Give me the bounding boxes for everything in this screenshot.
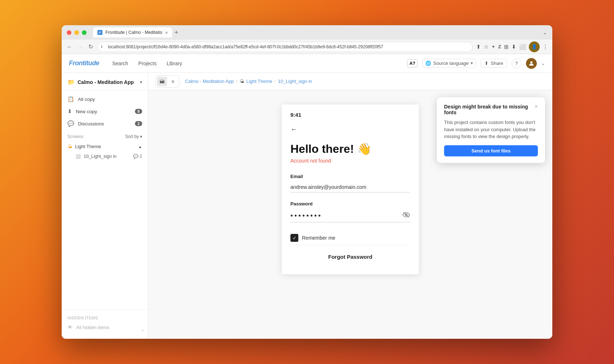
close-traffic-light[interactable] — [67, 30, 71, 35]
screens-section-header: Screens Sort by ▾ — [62, 130, 148, 141]
screen-comment-badge: 💬 2 — [133, 154, 142, 159]
send-font-files-button[interactable]: Send us font files — [444, 145, 538, 156]
perplexity-icon[interactable]: ✦ — [491, 44, 495, 49]
active-tab[interactable]: F Frontitude | Calmo - Meditatio × — [93, 27, 172, 37]
sidebar-item-all-copy[interactable]: 📋 All copy — [62, 93, 148, 105]
download-icon[interactable]: ⬇ — [512, 44, 516, 50]
password-eye-icon[interactable] — [402, 212, 410, 219]
sign-in-screen-item[interactable]: ⬜ 10_Light_sign in 💬 2 — [62, 152, 148, 161]
nav-projects[interactable]: Projects — [134, 58, 161, 68]
sign-in-screen-label: 10_Light_sign in — [84, 154, 130, 159]
source-language-label: Source language — [433, 61, 469, 66]
password-input[interactable]: •••••••• — [290, 209, 410, 222]
font-notif-close-button[interactable]: × — [535, 104, 538, 110]
text-view-button[interactable]: ≡ — [168, 77, 178, 86]
address-input[interactable]: localhost:8081/project/cff16d4e-8090-4d0… — [97, 42, 473, 52]
tab-title: Frontitude | Calmo - Meditatio — [105, 30, 162, 35]
grid-icon[interactable]: ⊞ — [504, 44, 509, 50]
screen-mockup: 9:41 ← Hello there! 👋 Account not found … — [282, 105, 419, 274]
nav-search[interactable]: Search — [108, 58, 132, 68]
discussions-icon: 💬 — [67, 120, 74, 127]
screen-back-arrow[interactable]: ← — [290, 125, 410, 133]
sidebar-collapse-button[interactable]: ‹ — [142, 327, 144, 333]
forgot-password-button[interactable]: Forgot Password — [290, 254, 410, 260]
app-container: Frontitude Search Projects Library A? 🌐 … — [62, 54, 552, 339]
sort-chevron-icon: ▾ — [140, 134, 142, 139]
screen-subtitle: Account not found — [290, 158, 410, 164]
title-bar: F Frontitude | Calmo - Meditatio × + ⌄ — [62, 25, 552, 40]
source-language-button[interactable]: 🌐 Source language ▾ — [422, 59, 476, 68]
sidebar-item-discussions[interactable]: 💬 Discussions 2 — [62, 117, 148, 130]
profile-chevron[interactable]: ⌄ — [541, 61, 545, 66]
screen-icon[interactable]: ⬜ — [519, 44, 526, 50]
project-name: Calmo - Meditation App — [78, 79, 137, 85]
nav-library[interactable]: Library — [162, 58, 187, 68]
lock-icon: ℹ — [101, 44, 102, 49]
help-button[interactable]: ? — [512, 58, 522, 68]
user-avatar[interactable]: 👤 — [529, 41, 540, 52]
remember-me-row[interactable]: ✓ Remember me — [290, 231, 410, 245]
share-button[interactable]: ⬆ Share — [481, 59, 507, 68]
email-input[interactable]: andrew.ainsley@yourdomain.com — [290, 182, 410, 192]
breadcrumb-screen[interactable]: 10_Light_sign in — [278, 79, 312, 84]
z-icon[interactable]: Z — [498, 44, 501, 49]
group-chevron-icon: ▲ — [138, 145, 142, 149]
sort-by-button[interactable]: Sort by ▾ — [125, 134, 142, 139]
tabs-dropdown-button[interactable]: ⌄ — [543, 30, 547, 35]
remember-checkbox[interactable]: ✓ — [290, 234, 298, 242]
more-menu-icon[interactable]: ⋮ — [543, 44, 548, 50]
user-profile-avatar[interactable] — [526, 58, 537, 69]
project-chevron-icon[interactable]: ▾ — [140, 80, 142, 85]
reload-button[interactable]: ↻ — [88, 43, 94, 51]
comment-count-icon: 💬 — [133, 154, 139, 159]
bookmark-icon[interactable]: ☆ — [484, 44, 488, 50]
sidebar-bottom: Hidden items 👁 All hidden items — [62, 310, 148, 333]
a-plus-badge[interactable]: A? — [407, 59, 418, 68]
hidden-eye-icon: 👁 — [67, 324, 73, 330]
content-area: 🏔 ≡ Calmo - Meditation App / 🌤 Light The… — [148, 73, 552, 339]
svg-point-0 — [530, 61, 532, 63]
canvas-area: 💬 2 9:41 ← Hello there! 👋 Account not fo… — [148, 90, 552, 339]
breadcrumb-group[interactable]: Light Theme — [246, 79, 272, 84]
new-tab-button[interactable]: + — [174, 29, 178, 36]
image-view-icon: 🏔 — [159, 79, 165, 84]
new-copy-badge: 9 — [135, 109, 142, 114]
comment-count: 2 — [140, 154, 142, 159]
header-right: A? 🌐 Source language ▾ ⬆ Share ? ⌄ — [407, 58, 545, 69]
screen-child-icon: ⬜ — [75, 154, 81, 159]
sidebar-item-new-copy[interactable]: ⬇ New copy 9 — [62, 105, 148, 117]
app-logo[interactable]: Frontitude — [69, 59, 99, 67]
breadcrumb: Calmo - Meditation App / 🌤 Light Theme /… — [185, 79, 545, 84]
tab-close-button[interactable]: × — [165, 30, 168, 35]
all-hidden-items-button[interactable]: 👁 All hidden items — [62, 321, 148, 333]
light-theme-group-header[interactable]: 🌤 Light Theme ▲ — [62, 141, 148, 152]
share-label: Share — [491, 61, 503, 66]
font-notif-header: Design might break due to missing fonts … — [444, 104, 538, 115]
browser-toolbar-icons: ⬆ ☆ ✦ Z ⊞ ⬇ ⬜ 👤 ⋮ — [476, 41, 548, 52]
new-copy-icon: ⬇ — [67, 108, 72, 115]
font-notif-body: This project contains custom fonts you d… — [444, 119, 538, 140]
light-theme-label: Light Theme — [75, 144, 135, 149]
tab-favicon: F — [97, 30, 102, 35]
fullscreen-traffic-light[interactable] — [82, 30, 87, 35]
breadcrumb-project[interactable]: Calmo - Meditation App — [185, 79, 234, 84]
breadcrumb-sun-icon: 🌤 — [240, 79, 244, 84]
main-body: 📁 Calmo - Meditation App ▾ 📋 All copy ⬇ … — [62, 73, 552, 339]
font-notif-title: Design might break due to missing fonts — [444, 104, 535, 115]
email-value: andrew.ainsley@yourdomain.com — [290, 184, 410, 190]
minimize-traffic-light[interactable] — [74, 30, 79, 35]
screen-time: 9:41 — [290, 112, 410, 118]
forward-button[interactable]: → — [77, 43, 84, 51]
content-toolbar: 🏔 ≡ Calmo - Meditation App / 🌤 Light The… — [148, 73, 552, 90]
project-header: 📁 Calmo - Meditation App ▾ — [62, 79, 148, 90]
extensions-icon[interactable]: ⬆ — [476, 44, 481, 50]
text-view-icon: ≡ — [171, 79, 174, 84]
source-language-chevron: ▾ — [471, 61, 473, 66]
discussions-label: Discussions — [78, 121, 131, 126]
font-notification-popup: Design might break due to missing fonts … — [437, 97, 545, 163]
back-button[interactable]: ← — [66, 43, 73, 51]
browser-window: F Frontitude | Calmo - Meditatio × + ⌄ ←… — [62, 25, 552, 339]
hidden-section-label: Hidden items — [62, 314, 148, 321]
sun-icon: 🌤 — [67, 144, 72, 149]
image-view-button[interactable]: 🏔 — [157, 77, 167, 86]
